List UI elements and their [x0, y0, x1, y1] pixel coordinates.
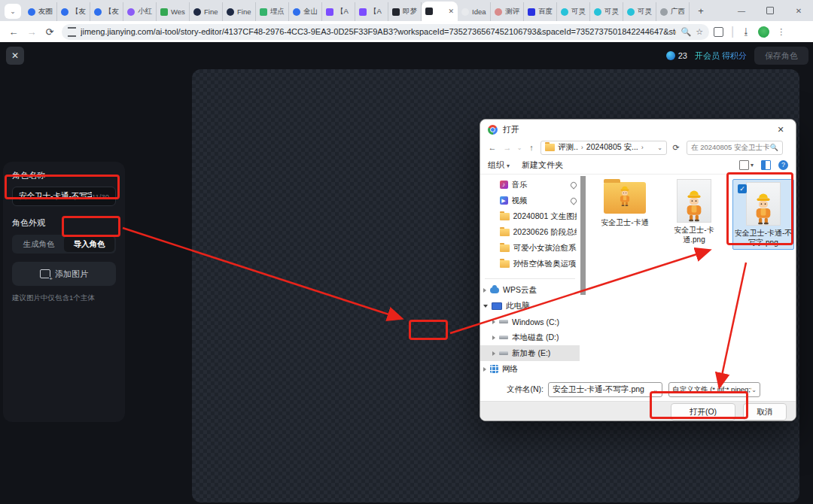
dialog-search-input[interactable]: 在 20240805 安全卫士卡通... 🔍: [687, 141, 783, 155]
tab-favicon: [495, 8, 502, 16]
tree-item[interactable]: 此电脑: [480, 298, 580, 314]
bookmark-star-icon[interactable]: ☆: [696, 27, 703, 37]
tab-scroll-button[interactable]: ⌄: [5, 4, 21, 19]
back-button[interactable]: ←: [5, 23, 23, 41]
breadcrumb[interactable]: 评测.. › 20240805 安... › ⌄: [540, 141, 667, 155]
chrome-icon: [488, 125, 498, 135]
browser-tab[interactable]: 小红: [123, 2, 157, 21]
tree-scrollbar[interactable]: [580, 175, 586, 379]
profile-avatar[interactable]: [758, 26, 769, 38]
browser-tab[interactable]: 友圈: [24, 2, 57, 21]
membership-link[interactable]: 开会员 得积分: [695, 50, 747, 62]
address-bar[interactable]: jimeng.jianying.com/ai-tool/story-editor…: [62, 24, 709, 40]
preview-pane-button[interactable]: [761, 160, 771, 170]
tree-item-label: 新加卷 (E:): [512, 348, 550, 359]
tree-item[interactable]: 20240801 文生图提示词怎么写更...: [480, 208, 580, 224]
browser-tab[interactable]: 【友: [57, 2, 90, 21]
browser-tab[interactable]: 【A: [355, 2, 388, 21]
browser-tab[interactable]: ✕: [422, 2, 458, 21]
browser-tab[interactable]: Fine: [223, 2, 256, 21]
dialog-close-button[interactable]: ✕: [766, 120, 796, 139]
maximize-button[interactable]: [756, 0, 784, 21]
breadcrumb-segment[interactable]: 评测..: [558, 142, 578, 153]
browser-tab[interactable]: 【A: [322, 2, 355, 21]
tab-list: 友圈【友【友小红WesFineFine埋点金山【A【A即梦✕Idea测评百度可灵…: [24, 0, 690, 21]
browser-tab[interactable]: 可灵: [590, 2, 623, 21]
tree-item[interactable]: WPS云盘: [480, 282, 580, 298]
zoom-icon[interactable]: 🔍: [681, 27, 691, 37]
scrollbar-thumb[interactable]: [580, 176, 586, 295]
forward-button[interactable]: →: [23, 23, 41, 41]
reload-button[interactable]: ⟳: [41, 23, 59, 41]
breadcrumb-segment[interactable]: 20240805 安...: [586, 142, 638, 153]
browser-tab[interactable]: 可灵: [557, 2, 590, 21]
character-name-input[interactable]: 安全卫士-卡通-不写字 11/30: [12, 187, 116, 206]
tab-close-icon[interactable]: ✕: [448, 8, 454, 15]
tree-item[interactable]: ▶视频: [480, 193, 580, 208]
minimize-button[interactable]: —: [727, 0, 756, 21]
tree-item-label: 本地磁盘 (D:): [512, 332, 559, 343]
nav-back-icon[interactable]: ←: [486, 143, 498, 152]
organize-menu[interactable]: 组织 ▾: [488, 159, 510, 171]
chevron-right-icon[interactable]: [492, 335, 495, 340]
close-window-button[interactable]: ✕: [784, 0, 813, 21]
menu-kebab-icon[interactable]: ⋮: [777, 27, 785, 37]
chevron-right-icon[interactable]: [492, 351, 495, 356]
chevron-down-icon[interactable]: [483, 305, 488, 308]
tab-generate-character[interactable]: 生成角色: [14, 236, 64, 252]
browser-tab[interactable]: 广西: [656, 2, 690, 21]
open-button[interactable]: 打开(O): [671, 403, 735, 421]
filename-combobox[interactable]: 安全卫士-卡通-不写字.png ⌄: [548, 382, 662, 397]
tree-item[interactable]: 本地磁盘 (D:): [480, 329, 580, 345]
tree-item[interactable]: 网络: [480, 361, 580, 377]
nav-forward-icon[interactable]: →: [501, 143, 513, 152]
new-tab-button[interactable]: +: [693, 2, 709, 19]
browser-tab[interactable]: Wes: [157, 2, 190, 21]
browser-tab[interactable]: 埋点: [256, 2, 289, 21]
tree-item[interactable]: ♪音乐: [480, 177, 580, 193]
browser-tab[interactable]: 金山: [289, 2, 322, 21]
tree-item[interactable]: Windows (C:): [480, 314, 580, 329]
chevron-right-icon[interactable]: [483, 367, 486, 372]
browser-tab[interactable]: 测评: [491, 2, 524, 21]
browser-tab[interactable]: 百度: [524, 2, 557, 21]
search-icon: 🔍: [770, 144, 778, 151]
tab-label: 【友: [105, 7, 119, 17]
thumbnail-view-button[interactable]: ▾: [739, 160, 754, 170]
nav-history-icon[interactable]: ⌄: [516, 144, 522, 151]
tree-item[interactable]: 孙悟空体验奥运项目-不含备用素材: [480, 256, 580, 272]
browser-tab[interactable]: Idea: [458, 2, 491, 21]
browser-tab[interactable]: 【友: [90, 2, 123, 21]
file-item-folder[interactable]: 安全卫士-卡通: [594, 179, 656, 228]
refresh-icon[interactable]: ⟳: [670, 143, 682, 153]
nav-up-icon[interactable]: ↑: [525, 143, 537, 152]
selection-checkbox[interactable]: ✓: [738, 184, 747, 193]
tree-item[interactable]: 可爱小女孩治愈系图片: [480, 240, 580, 256]
filetype-combobox[interactable]: 自定义文件 (*.jfif;*.pjpeg;*.jpe ⌄: [668, 382, 760, 397]
tab-import-character[interactable]: 导入角色: [64, 236, 114, 252]
editor-close-button[interactable]: ✕: [6, 47, 24, 65]
cancel-button[interactable]: 取消: [743, 403, 787, 421]
tree-item[interactable]: 新加卷 (E:): [480, 345, 580, 361]
breadcrumb-dropdown-icon[interactable]: ⌄: [657, 144, 662, 151]
download-icon[interactable]: ⭳: [741, 26, 751, 37]
browser-toolbar: ← → ⟳ jimeng.jianying.com/ai-tool/story-…: [0, 21, 813, 42]
tree-item-label: 网络: [502, 364, 518, 375]
chevron-right-icon[interactable]: [483, 288, 486, 293]
save-character-button[interactable]: 保存角色: [754, 47, 808, 65]
new-folder-button[interactable]: 新建文件夹: [522, 159, 563, 171]
file-item-image[interactable]: ✓安全卫士-卡通-不写字.png: [732, 179, 794, 250]
extensions-icon[interactable]: [714, 27, 723, 37]
browser-tab[interactable]: 可灵: [623, 2, 656, 21]
tab-favicon: [61, 8, 69, 16]
browser-tab[interactable]: 即梦: [388, 2, 422, 21]
tree-item[interactable]: 20230626 阶段总结: [480, 224, 580, 240]
site-info-icon[interactable]: [68, 27, 76, 37]
dialog-toolbar: 组织 ▾ 新建文件夹 ▾ ?: [480, 156, 796, 175]
add-image-button[interactable]: 添加图片: [12, 262, 116, 286]
help-icon[interactable]: ?: [778, 160, 788, 170]
browser-tab[interactable]: Fine: [190, 2, 223, 21]
chevron-right-icon[interactable]: [492, 320, 495, 324]
tab-favicon: [425, 8, 433, 15]
file-item-image[interactable]: 安全卫士-卡通.png: [663, 179, 725, 244]
